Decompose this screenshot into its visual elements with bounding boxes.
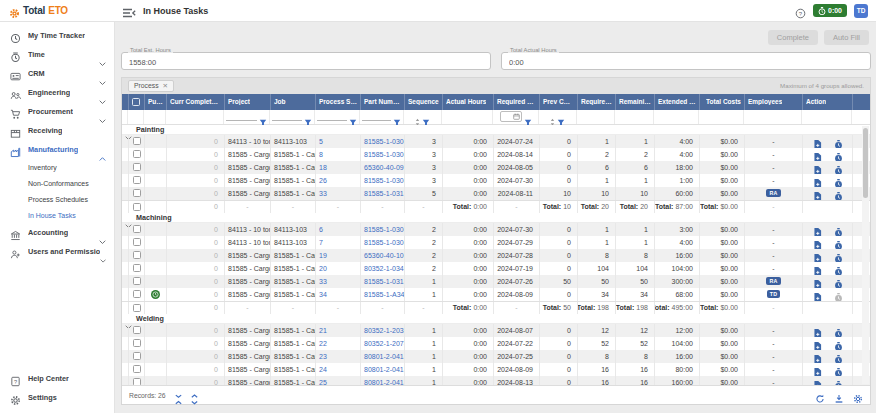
filter-funnel-icon[interactable] [393, 113, 401, 121]
cell-process-schedule-link[interactable]: 26 [316, 174, 361, 187]
sidebar-item-my-time-tracker[interactable]: My Time Tracker [0, 26, 114, 45]
chevron-down-icon[interactable] [125, 215, 132, 220]
sidebar-collapse-icon[interactable] [122, 5, 136, 17]
cell-part-number-link[interactable]: 81585-1-030-03 [361, 236, 405, 249]
punch-stopwatch-icon[interactable] [834, 352, 843, 361]
autofill-button[interactable]: Auto Fill [824, 30, 869, 45]
cell-process-schedule-link[interactable]: 34 [316, 288, 361, 301]
row-checkbox[interactable] [133, 339, 141, 347]
add-log-icon[interactable] [813, 290, 822, 299]
punch-stopwatch-icon[interactable] [834, 225, 843, 234]
row-checkbox[interactable] [133, 176, 141, 184]
filter-input-job[interactable] [272, 112, 302, 121]
sidebar-item-settings[interactable]: Settings [0, 388, 114, 407]
punch-stopwatch-icon[interactable] [834, 365, 843, 374]
punch-stopwatch-icon[interactable] [834, 326, 843, 335]
row-checkbox[interactable] [133, 304, 141, 312]
punch-stopwatch-icon[interactable] [834, 150, 843, 159]
timer-button[interactable]: 0:00 [813, 4, 847, 17]
total-actual-hours-input[interactable] [501, 52, 871, 70]
add-log-icon[interactable] [813, 163, 822, 172]
help-icon[interactable]: ? [795, 5, 806, 16]
select-all-checkbox[interactable] [132, 98, 140, 106]
filter-date-input[interactable] [500, 111, 522, 122]
cell-part-number-link[interactable]: 80352-1-203-03 [361, 324, 405, 337]
punch-stopwatch-icon[interactable] [834, 137, 843, 146]
cell-part-number-link[interactable]: 81585-1-030-49 [361, 135, 405, 148]
collapse-all-icon[interactable] [174, 391, 183, 400]
cell-part-number-link[interactable]: 81585-1-030-05 [361, 174, 405, 187]
filter-input-part[interactable] [362, 112, 391, 121]
sidebar-item-engineering[interactable]: Engineering [0, 83, 114, 102]
punch-stopwatch-icon[interactable] [834, 163, 843, 172]
cell-part-number-link[interactable]: 80801-2-041-08 [361, 376, 405, 386]
sidebar-subitem-process-schedules[interactable]: Process Schedules [0, 191, 114, 207]
cell-part-number-link[interactable]: 81585-1-031-01 [361, 275, 405, 288]
row-checkbox[interactable] [133, 365, 141, 373]
total-est-hours-input[interactable] [121, 52, 491, 70]
add-log-icon[interactable] [813, 238, 822, 247]
chevron-down-icon[interactable] [125, 127, 132, 132]
cell-part-number-link[interactable]: 80801-2-041-07 [361, 363, 405, 376]
cell-part-number-link[interactable]: 80352-1-034-12 [361, 262, 405, 275]
punch-stopwatch-icon[interactable] [834, 264, 843, 273]
filter-funnel-icon[interactable] [524, 113, 532, 121]
punch-stopwatch-icon[interactable] [834, 189, 843, 198]
cell-part-number-link[interactable]: 81585-1-030-06 [361, 223, 405, 236]
cell-process-schedule-link[interactable]: 20 [316, 262, 361, 275]
cell-process-schedule-link[interactable]: 33 [316, 275, 361, 288]
row-checkbox[interactable] [133, 163, 141, 171]
sidebar-item-time[interactable]: Time [0, 45, 114, 64]
punch-stopwatch-icon[interactable] [834, 176, 843, 185]
add-log-icon[interactable] [813, 225, 822, 234]
scrollbar-thumb[interactable] [863, 128, 868, 198]
sidebar-item-crm[interactable]: CRM [0, 64, 114, 83]
punch-stopwatch-icon[interactable] [834, 339, 843, 348]
filter-input-project[interactable] [226, 112, 257, 121]
cell-process-schedule-link[interactable]: 23 [316, 350, 361, 363]
filter-funnel-icon[interactable] [349, 113, 357, 121]
export-download-icon[interactable] [834, 390, 844, 400]
cell-process-schedule-link[interactable]: 8 [316, 148, 361, 161]
row-checkbox[interactable] [133, 150, 141, 158]
punch-stopwatch-icon[interactable] [834, 378, 843, 386]
add-log-icon[interactable] [813, 365, 822, 374]
cell-part-number-link[interactable]: 65360-40-09 [361, 161, 405, 174]
user-avatar[interactable]: TD [854, 4, 868, 18]
sidebar-item-receiving[interactable]: Receiving [0, 121, 114, 140]
chevron-down-icon[interactable] [125, 316, 132, 321]
filter-input-ps[interactable] [317, 112, 347, 121]
filter-funnel-icon[interactable] [304, 113, 312, 121]
cell-process-schedule-link[interactable]: 33 [316, 187, 361, 200]
add-log-icon[interactable] [813, 176, 822, 185]
sidebar-item-help-center[interactable]: ?Help Center [0, 369, 114, 388]
cell-process-schedule-link[interactable]: 19 [316, 249, 361, 262]
refresh-icon[interactable] [815, 390, 825, 400]
sidebar-subitem-in-house-tasks[interactable]: In House Tasks [0, 207, 114, 223]
cell-process-schedule-link[interactable]: 18 [316, 161, 361, 174]
cell-process-schedule-link[interactable]: 5 [316, 135, 361, 148]
cell-process-schedule-link[interactable]: 7 [316, 236, 361, 249]
cell-process-schedule-link[interactable]: 25 [316, 376, 361, 386]
sidebar-subitem-non-conformances[interactable]: Non-Conformances [0, 175, 114, 191]
add-log-icon[interactable] [813, 251, 822, 260]
cell-part-number-link[interactable]: 81585-1-031-01 [361, 187, 405, 200]
add-log-icon[interactable] [813, 352, 822, 361]
row-checkbox[interactable] [133, 203, 141, 211]
filter-funnel-icon[interactable] [259, 113, 267, 121]
add-log-icon[interactable] [813, 150, 822, 159]
add-log-icon[interactable] [813, 137, 822, 146]
row-checkbox[interactable] [133, 290, 141, 298]
cell-part-number-link[interactable]: 81585-1-A34-26 [361, 288, 405, 301]
row-checkbox[interactable] [133, 137, 141, 145]
add-log-icon[interactable] [813, 326, 822, 335]
cell-process-schedule-link[interactable]: 24 [316, 363, 361, 376]
group-chip-process[interactable]: Process ✕ [128, 80, 174, 92]
row-checkbox[interactable] [133, 378, 141, 385]
cell-part-number-link[interactable]: 65360-40-10 [361, 249, 405, 262]
row-checkbox[interactable] [133, 225, 141, 233]
filter-funnel-icon[interactable] [557, 113, 565, 121]
number-stepper-icon[interactable] [550, 112, 555, 121]
sidebar-item-procurement[interactable]: Procurement [0, 102, 114, 121]
add-log-icon[interactable] [813, 339, 822, 348]
